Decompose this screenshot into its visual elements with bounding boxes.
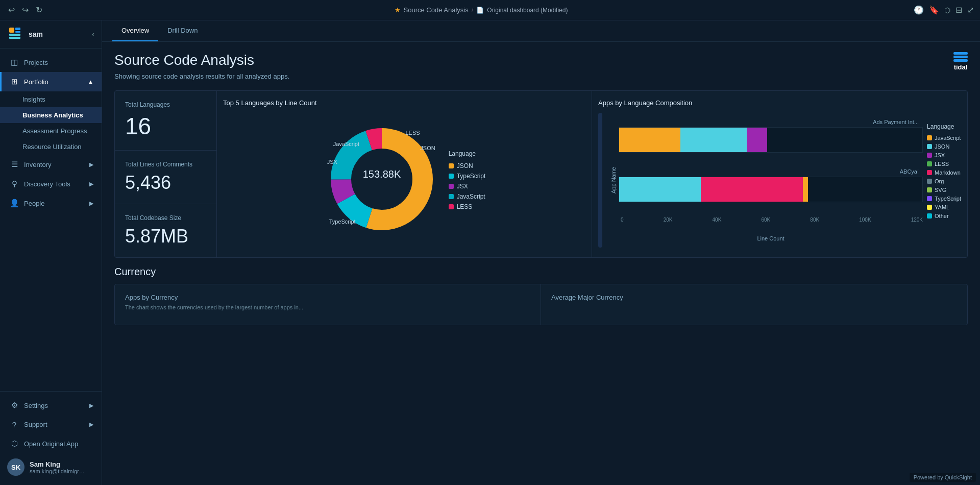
- dashboard-title: Source Code Analysis: [404, 6, 469, 14]
- tab-overview[interactable]: Overview: [112, 20, 158, 41]
- svg-rect-1: [15, 28, 20, 30]
- bookmark-action-icon[interactable]: 🔖: [929, 5, 939, 15]
- main-charts-row: Total Languages 16 Total Lines of Commen…: [114, 90, 968, 258]
- sidebar-item-business-analytics[interactable]: Business Analytics: [0, 107, 102, 123]
- donut-chart-title: Top 5 Languages by Line Count: [223, 99, 585, 107]
- sidebar-collapse-button[interactable]: ‹: [92, 30, 94, 38]
- share-icon[interactable]: ⬡: [944, 6, 950, 14]
- donut-chart-content: 153.88K 153.88K JavaScript JSX TypeScrip…: [223, 113, 585, 248]
- app-layout: sam ‹ ◫ Projects ⊞ Portfolio ▲ Insights …: [0, 20, 980, 485]
- bookmark-icon: 📄: [476, 7, 484, 14]
- bar-legend-jsx: JSX: [927, 152, 961, 158]
- chevron-up-icon: ▲: [88, 79, 93, 85]
- tidal-brand: tidal: [953, 52, 968, 71]
- sidebar-item-insights[interactable]: Insights: [0, 91, 102, 107]
- total-codebase-value: 5.87MB: [125, 226, 206, 247]
- expand-icon[interactable]: ⤢: [967, 5, 974, 15]
- bar-legend-markdown: Markdown: [927, 169, 961, 176]
- star-icon[interactable]: ★: [395, 6, 401, 14]
- redo-button[interactable]: ↪: [20, 4, 31, 16]
- sidebar-item-assessment-progress[interactable]: Assessment Progress: [0, 123, 102, 139]
- currency-section: Currency Apps by Currency The chart show…: [114, 266, 968, 325]
- profile-email: sam.king@tidalmigrati...: [30, 468, 86, 474]
- stats-column: Total Languages 16 Total Lines of Commen…: [115, 91, 217, 257]
- donut-label-javascript: JavaScript: [333, 141, 359, 147]
- sidebar-item-inventory[interactable]: ☰ Inventory ▶: [0, 155, 102, 174]
- bar-row-2: ABCya!: [619, 168, 923, 202]
- top-bar-actions: 🕐 🔖 ⬡ ⊟ ⤢: [914, 5, 974, 15]
- filter-icon[interactable]: ⊟: [955, 5, 962, 15]
- app1-bar-js: [619, 128, 680, 152]
- open-original-icon: ⬡: [10, 439, 19, 448]
- bar-legend-svg: SVG: [927, 187, 961, 193]
- sidebar-item-label: Projects: [24, 59, 48, 66]
- sidebar-item-settings[interactable]: ⚙ Settings ▶: [0, 396, 102, 415]
- refresh-button[interactable]: ↻: [34, 4, 44, 16]
- legend-dot-jsx: [449, 184, 454, 189]
- insights-label: Insights: [22, 95, 45, 103]
- total-lines-value: 5,436: [125, 172, 206, 193]
- sidebar-item-people[interactable]: 👤 People ▶: [0, 193, 102, 213]
- top-bar-nav-buttons: ↩ ↪ ↻: [6, 4, 44, 16]
- bar-legend-org: Org: [927, 178, 961, 184]
- chevron-right-icon: ▶: [89, 181, 93, 187]
- sidebar-item-label: People: [24, 200, 44, 207]
- app1-bar-json: [680, 128, 747, 152]
- bar-legend-other: Other: [927, 213, 961, 219]
- x-axis-label: Line Count: [619, 235, 923, 241]
- currency-row: Apps by Currency The chart shows the cur…: [114, 284, 968, 325]
- svg-rect-3: [9, 34, 20, 36]
- sidebar-item-label: Discovery Tools: [24, 180, 70, 188]
- scrollbar[interactable]: [598, 113, 602, 248]
- avatar: SK: [7, 458, 24, 476]
- separator: /: [472, 6, 474, 14]
- sidebar-item-support[interactable]: ? Support ▶: [0, 415, 102, 434]
- sidebar-item-open-original[interactable]: ⬡ Open Original App: [0, 434, 102, 453]
- avg-currency-panel: Average Major Currency: [541, 284, 967, 325]
- profile-info: Sam King sam.king@tidalmigrati...: [30, 460, 94, 474]
- sidebar-profile: SK Sam King sam.king@tidalmigrati...: [0, 453, 102, 481]
- discovery-icon: ⚲: [10, 179, 19, 188]
- undo-button[interactable]: ↩: [6, 4, 17, 16]
- tick-120k: 120K: [911, 217, 923, 223]
- content-wrapper: tidal Source Code Analysis Showing sourc…: [114, 52, 968, 325]
- sidebar: sam ‹ ◫ Projects ⊞ Portfolio ▲ Insights …: [0, 20, 102, 485]
- sidebar-item-portfolio[interactable]: ⊞ Portfolio ▲: [0, 72, 102, 91]
- bar-chart-legend: Language JavaScript JSON: [927, 113, 961, 248]
- tidal-bar-1: [953, 52, 968, 55]
- legend-item-json: JSON: [449, 162, 486, 169]
- bar-chart-content: App Name Ads Payment Int...: [598, 113, 961, 248]
- people-icon: 👤: [10, 199, 19, 208]
- total-languages-value: 16: [125, 112, 206, 140]
- page-title: Source Code Analysis: [114, 52, 968, 68]
- app2-name: ABCya!: [619, 168, 923, 175]
- sidebar-item-discovery-tools[interactable]: ⚲ Discovery Tools ▶: [0, 174, 102, 193]
- app2-bar-json: [619, 177, 701, 202]
- history-icon[interactable]: 🕐: [914, 5, 924, 15]
- chevron-right-icon: ▶: [89, 402, 93, 409]
- total-lines-panel: Total Lines of Comments 5,436: [115, 151, 216, 204]
- settings-label: Settings: [24, 402, 48, 409]
- resource-utilization-label: Resource Utilization: [22, 143, 82, 151]
- legend-dot-javascript: [449, 194, 454, 199]
- app2-bar-js: [803, 177, 808, 202]
- open-original-label: Open Original App: [24, 440, 78, 448]
- donut-chart-panel: Top 5 Languages by Line Count: [217, 91, 592, 257]
- page-subtitle: Showing source code analysis results for…: [114, 72, 968, 80]
- sidebar-item-resource-utilization[interactable]: Resource Utilization: [0, 139, 102, 155]
- tidal-bar-3: [953, 59, 968, 62]
- tidal-bar-2: [953, 56, 968, 58]
- sidebar-item-projects[interactable]: ◫ Projects: [0, 53, 102, 72]
- donut-legend-title: Language: [449, 150, 486, 157]
- total-languages-panel: Total Languages 16: [115, 91, 216, 151]
- total-codebase-label: Total Codebase Size: [125, 214, 206, 222]
- app2-bar-markdown: [701, 177, 803, 202]
- tick-0: 0: [621, 217, 624, 223]
- svg-rect-4: [9, 37, 20, 39]
- sidebar-item-label: Portfolio: [24, 78, 48, 86]
- sidebar-bottom: ⚙ Settings ▶ ? Support ▶ ⬡ Open Original…: [0, 391, 102, 485]
- bar-chart-title: Apps by Language Composition: [598, 99, 961, 107]
- tab-drill-down[interactable]: Drill Down: [158, 20, 207, 41]
- legend-dot-typescript: [449, 174, 454, 179]
- apps-by-currency-label: Apps by Currency: [125, 294, 530, 301]
